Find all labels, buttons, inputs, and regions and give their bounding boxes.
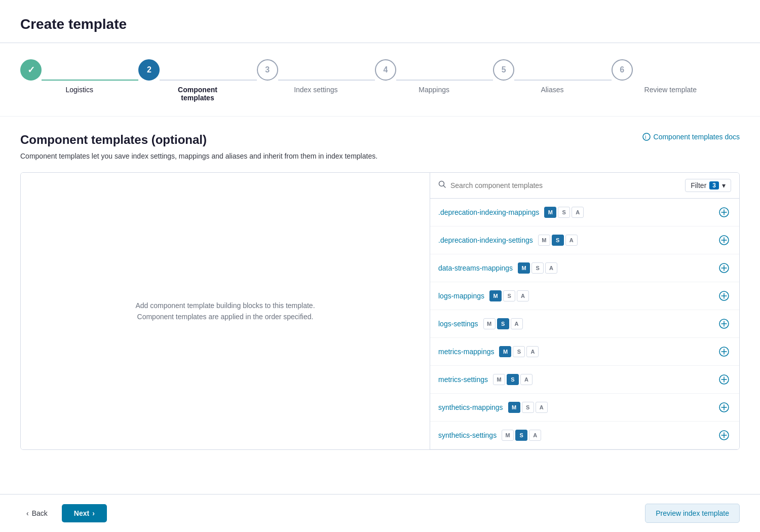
step-2-wrapper: 2 Componenttemplates [138, 59, 256, 102]
section-description: Component templates let you save index s… [20, 152, 740, 160]
badge-a: A [526, 346, 539, 357]
preview-button[interactable]: Preview index template [645, 504, 740, 523]
template-name: logs-settings [438, 320, 478, 328]
template-item-left: logs-mappings M S A [438, 290, 529, 301]
step-3-row: 3 [257, 59, 375, 81]
badge-m: M [544, 207, 556, 218]
template-item-left: metrics-mappings M S A [438, 346, 539, 357]
filter-label: Filter [691, 181, 706, 189]
footer: ‹ Back Next › Preview index template [0, 494, 760, 532]
template-name: metrics-mappings [438, 348, 494, 356]
step-2-circle[interactable]: 2 [138, 59, 160, 81]
badge-a: A [529, 430, 541, 441]
template-item[interactable]: logs-mappings M S A [430, 282, 739, 310]
badge-m: M [508, 402, 520, 413]
step-connector-4 [396, 80, 493, 81]
badge-m: M [502, 430, 514, 441]
next-button[interactable]: Next › [62, 504, 107, 522]
step-connector-1 [42, 80, 138, 81]
step-3-wrapper: 3 Index settings [257, 59, 375, 94]
chevron-down-icon: ▾ [722, 181, 726, 189]
add-template-button[interactable] [717, 205, 731, 219]
stepper-container: ✓ Logistics 2 Componenttemplates 3 [0, 43, 760, 117]
add-template-button[interactable] [717, 428, 731, 442]
template-item[interactable]: logs-settings M S A [430, 310, 739, 338]
template-name: metrics-settings [438, 375, 488, 384]
template-item-left: logs-settings M S A [438, 318, 523, 329]
badge-s: S [503, 290, 515, 301]
step-3-label: Index settings [294, 86, 337, 94]
add-template-button[interactable] [717, 400, 731, 414]
docs-icon: i [642, 133, 651, 141]
step-2-number: 2 [147, 65, 151, 74]
back-label: Back [32, 509, 48, 517]
template-item-left: synthetics-settings M S A [438, 430, 541, 441]
add-template-button[interactable] [717, 289, 731, 303]
badge-s: S [558, 207, 570, 218]
template-item[interactable]: .deprecation-indexing-settings M S A [430, 226, 739, 254]
back-chevron-icon: ‹ [26, 509, 29, 517]
badge-s: S [552, 235, 564, 246]
back-button[interactable]: ‹ Back [20, 505, 54, 521]
step-3-circle[interactable]: 3 [257, 59, 278, 81]
filter-button[interactable]: Filter 3 ▾ [685, 179, 731, 192]
template-name: data-streams-mappings [438, 264, 513, 272]
step-6-row: 6 [612, 59, 730, 81]
template-item[interactable]: synthetics-mappings M S A [430, 394, 739, 422]
badges: M S A [508, 402, 548, 413]
step-1-row: ✓ [20, 59, 138, 81]
docs-link-text: Component templates docs [654, 133, 740, 141]
search-icon [438, 180, 446, 191]
badges: M S A [502, 430, 541, 441]
badge-s: S [497, 318, 509, 329]
empty-state: Add component template building blocks t… [135, 300, 315, 323]
template-item-left: .deprecation-indexing-mappings M S A [438, 207, 584, 218]
docs-link[interactable]: i Component templates docs [642, 133, 740, 141]
step-1-circle[interactable]: ✓ [20, 59, 42, 81]
step-connector-2 [160, 80, 256, 81]
search-input[interactable] [450, 181, 681, 189]
template-list: .deprecation-indexing-mappings M S A .de… [430, 199, 739, 449]
add-template-button[interactable] [717, 261, 731, 275]
badge-s: S [531, 262, 544, 274]
template-item[interactable]: synthetics-settings M S A [430, 422, 739, 449]
step-5-wrapper: 5 Aliases [493, 59, 611, 94]
step-5-label: Aliases [541, 86, 563, 94]
badge-m: M [538, 235, 550, 246]
badge-m: M [518, 262, 530, 274]
checkmark-icon: ✓ [27, 64, 35, 75]
step-connector-5 [514, 80, 611, 81]
template-item[interactable]: .deprecation-indexing-mappings M S A [430, 199, 739, 226]
add-template-button[interactable] [717, 317, 731, 331]
search-bar: Filter 3 ▾ [430, 173, 739, 199]
badge-s: S [522, 402, 534, 413]
step-6-wrapper: 6 Review template [612, 59, 730, 94]
template-item[interactable]: metrics-settings M S A [430, 366, 739, 394]
step-5-circle[interactable]: 5 [493, 59, 514, 81]
badges: M S A [499, 346, 539, 357]
badges: M S A [489, 290, 529, 301]
step-6-circle[interactable]: 6 [612, 59, 633, 81]
step-4-row: 4 [375, 59, 493, 81]
badge-a: A [572, 207, 584, 218]
badges: M S A [544, 207, 584, 218]
template-name: .deprecation-indexing-mappings [438, 208, 539, 216]
step-3-number: 3 [265, 65, 270, 74]
preview-label: Preview index template [656, 509, 729, 517]
add-template-button[interactable] [717, 345, 731, 359]
step-4-circle[interactable]: 4 [375, 59, 396, 81]
template-item[interactable]: data-streams-mappings M S A [430, 254, 739, 282]
template-item-left: metrics-settings M S A [438, 374, 533, 385]
page-header: Create template [0, 0, 760, 43]
badge-a: A [545, 262, 557, 274]
template-item-left: synthetics-mappings M S A [438, 402, 548, 413]
add-template-button[interactable] [717, 372, 731, 387]
template-item[interactable]: metrics-mappings M S A [430, 338, 739, 366]
empty-state-line2: Component templates are applied in the o… [135, 311, 315, 322]
badge-s: S [513, 346, 525, 357]
badge-m: M [493, 374, 505, 385]
badge-m: M [483, 318, 496, 329]
add-template-button[interactable] [717, 233, 731, 247]
badge-m: M [489, 290, 502, 301]
page-title: Create template [20, 16, 740, 32]
